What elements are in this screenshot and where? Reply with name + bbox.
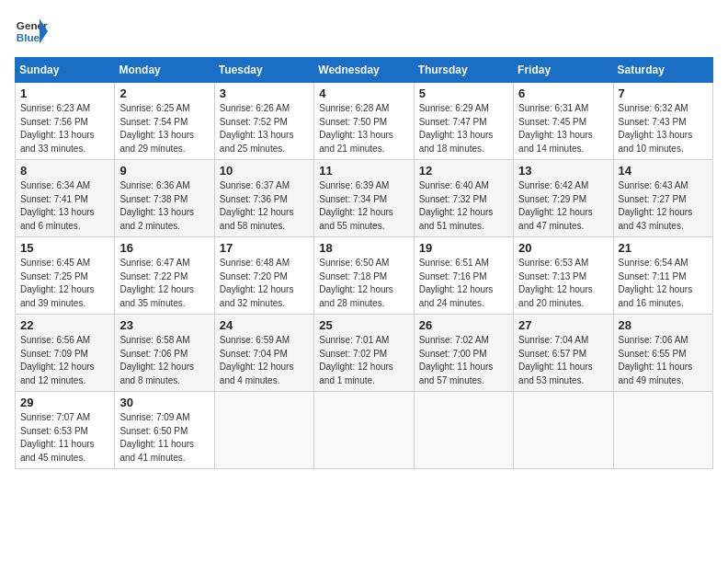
day-number: 26 [419,318,508,332]
day-number: 14 [619,164,708,178]
day-number: 21 [619,241,708,255]
day-number: 29 [20,396,109,409]
day-number: 12 [419,164,508,178]
day-info: Sunrise: 7:04 AM Sunset: 6:57 PM Dayligh… [518,334,608,387]
day-info: Sunrise: 7:01 AM Sunset: 7:02 PM Dayligh… [319,334,408,387]
calendar-cell: 8Sunrise: 6:34 AM Sunset: 7:41 PM Daylig… [16,160,115,237]
day-info: Sunrise: 6:58 AM Sunset: 7:06 PM Dayligh… [119,334,209,387]
calendar-cell: 26Sunrise: 7:02 AM Sunset: 7:00 PM Dayli… [414,315,513,392]
calendar-cell: 21Sunrise: 6:54 AM Sunset: 7:11 PM Dayli… [613,237,712,315]
weekday-header-tuesday: Tuesday [214,58,313,83]
day-info: Sunrise: 6:54 AM Sunset: 7:11 PM Dayligh… [619,257,708,310]
day-number: 9 [119,164,209,178]
calendar-cell: 27Sunrise: 7:04 AM Sunset: 6:57 PM Dayli… [514,315,613,392]
calendar-cell: 3Sunrise: 6:26 AM Sunset: 7:52 PM Daylig… [214,83,313,160]
calendar-cell: 11Sunrise: 6:39 AM Sunset: 7:34 PM Dayli… [314,160,414,237]
day-number: 22 [20,318,109,332]
day-info: Sunrise: 6:56 AM Sunset: 7:09 PM Dayligh… [20,334,109,387]
calendar-cell: 4Sunrise: 6:28 AM Sunset: 7:50 PM Daylig… [314,83,414,160]
day-number: 24 [220,318,309,332]
logo-icon: General Blue [15,15,48,48]
calendar-cell: 30Sunrise: 7:09 AM Sunset: 6:50 PM Dayli… [115,392,214,469]
day-number: 13 [518,164,608,178]
day-info: Sunrise: 6:48 AM Sunset: 7:20 PM Dayligh… [220,257,309,310]
calendar-cell [613,392,712,469]
calendar-cell: 5Sunrise: 6:29 AM Sunset: 7:47 PM Daylig… [414,83,513,160]
day-number: 18 [319,241,408,255]
day-info: Sunrise: 6:29 AM Sunset: 7:47 PM Dayligh… [419,102,508,155]
day-number: 10 [220,164,309,178]
calendar-cell [514,392,613,469]
day-number: 17 [220,241,309,255]
calendar-cell: 24Sunrise: 6:59 AM Sunset: 7:04 PM Dayli… [214,315,313,392]
day-info: Sunrise: 6:28 AM Sunset: 7:50 PM Dayligh… [319,102,408,155]
day-info: Sunrise: 6:23 AM Sunset: 7:56 PM Dayligh… [20,102,109,155]
day-number: 27 [518,318,608,332]
calendar-cell: 25Sunrise: 7:01 AM Sunset: 7:02 PM Dayli… [314,315,414,392]
calendar-cell: 9Sunrise: 6:36 AM Sunset: 7:38 PM Daylig… [115,160,214,237]
day-info: Sunrise: 6:31 AM Sunset: 7:45 PM Dayligh… [518,102,608,155]
calendar-cell: 1Sunrise: 6:23 AM Sunset: 7:56 PM Daylig… [16,83,115,160]
day-info: Sunrise: 6:39 AM Sunset: 7:34 PM Dayligh… [319,179,408,233]
calendar-cell: 22Sunrise: 6:56 AM Sunset: 7:09 PM Dayli… [16,315,115,392]
day-info: Sunrise: 6:26 AM Sunset: 7:52 PM Dayligh… [220,102,309,155]
day-info: Sunrise: 6:40 AM Sunset: 7:32 PM Dayligh… [419,179,508,233]
day-info: Sunrise: 6:25 AM Sunset: 7:54 PM Dayligh… [119,102,209,155]
calendar-cell: 13Sunrise: 6:42 AM Sunset: 7:29 PM Dayli… [514,160,613,237]
calendar-cell: 14Sunrise: 6:43 AM Sunset: 7:27 PM Dayli… [613,160,712,237]
calendar-body: 1Sunrise: 6:23 AM Sunset: 7:56 PM Daylig… [16,83,713,469]
calendar-week-5: 29Sunrise: 7:07 AM Sunset: 6:53 PM Dayli… [16,392,713,469]
weekday-header-friday: Friday [514,58,613,83]
day-number: 23 [119,318,209,332]
day-number: 5 [419,86,508,100]
day-info: Sunrise: 6:42 AM Sunset: 7:29 PM Dayligh… [518,179,608,233]
calendar-week-2: 8Sunrise: 6:34 AM Sunset: 7:41 PM Daylig… [16,160,713,237]
calendar-cell: 23Sunrise: 6:58 AM Sunset: 7:06 PM Dayli… [115,315,214,392]
weekday-header-thursday: Thursday [414,58,513,83]
day-number: 7 [619,86,708,100]
calendar-cell: 15Sunrise: 6:45 AM Sunset: 7:25 PM Dayli… [16,237,115,315]
calendar-cell: 29Sunrise: 7:07 AM Sunset: 6:53 PM Dayli… [16,392,115,469]
day-number: 1 [20,86,109,100]
day-info: Sunrise: 6:34 AM Sunset: 7:41 PM Dayligh… [20,179,109,233]
weekday-header-monday: Monday [115,58,214,83]
day-info: Sunrise: 6:45 AM Sunset: 7:25 PM Dayligh… [20,257,109,310]
day-number: 28 [619,318,708,332]
calendar-cell: 28Sunrise: 7:06 AM Sunset: 6:55 PM Dayli… [613,315,712,392]
calendar-cell: 6Sunrise: 6:31 AM Sunset: 7:45 PM Daylig… [514,83,613,160]
day-info: Sunrise: 7:09 AM Sunset: 6:50 PM Dayligh… [119,411,209,465]
calendar-table: SundayMondayTuesdayWednesdayThursdayFrid… [15,57,713,469]
weekday-header-saturday: Saturday [613,58,712,83]
day-info: Sunrise: 7:06 AM Sunset: 6:55 PM Dayligh… [619,334,708,387]
day-info: Sunrise: 6:43 AM Sunset: 7:27 PM Dayligh… [619,179,708,233]
day-number: 11 [319,164,408,178]
day-info: Sunrise: 6:36 AM Sunset: 7:38 PM Dayligh… [119,179,209,233]
calendar-week-3: 15Sunrise: 6:45 AM Sunset: 7:25 PM Dayli… [16,237,713,315]
day-info: Sunrise: 7:07 AM Sunset: 6:53 PM Dayligh… [20,411,109,465]
weekday-header-row: SundayMondayTuesdayWednesdayThursdayFrid… [16,58,713,83]
day-info: Sunrise: 6:59 AM Sunset: 7:04 PM Dayligh… [220,334,309,387]
day-number: 19 [419,241,508,255]
day-number: 30 [119,396,209,409]
calendar-cell: 16Sunrise: 6:47 AM Sunset: 7:22 PM Dayli… [115,237,214,315]
calendar-cell [214,392,313,469]
day-info: Sunrise: 6:37 AM Sunset: 7:36 PM Dayligh… [220,179,309,233]
svg-text:Blue: Blue [17,31,40,43]
calendar-cell: 12Sunrise: 6:40 AM Sunset: 7:32 PM Dayli… [414,160,513,237]
page-header: General Blue [15,15,713,48]
calendar-week-4: 22Sunrise: 6:56 AM Sunset: 7:09 PM Dayli… [16,315,713,392]
day-number: 16 [119,241,209,255]
day-info: Sunrise: 6:53 AM Sunset: 7:13 PM Dayligh… [518,257,608,310]
calendar-cell [414,392,513,469]
calendar-cell: 20Sunrise: 6:53 AM Sunset: 7:13 PM Dayli… [514,237,613,315]
day-number: 25 [319,318,408,332]
day-info: Sunrise: 7:02 AM Sunset: 7:00 PM Dayligh… [419,334,508,387]
day-number: 4 [319,86,408,100]
calendar-cell: 19Sunrise: 6:51 AM Sunset: 7:16 PM Dayli… [414,237,513,315]
day-number: 3 [220,86,309,100]
day-number: 8 [20,164,109,178]
day-info: Sunrise: 6:50 AM Sunset: 7:18 PM Dayligh… [319,257,408,310]
calendar-cell [314,392,414,469]
weekday-header-sunday: Sunday [16,58,115,83]
day-number: 6 [518,86,608,100]
